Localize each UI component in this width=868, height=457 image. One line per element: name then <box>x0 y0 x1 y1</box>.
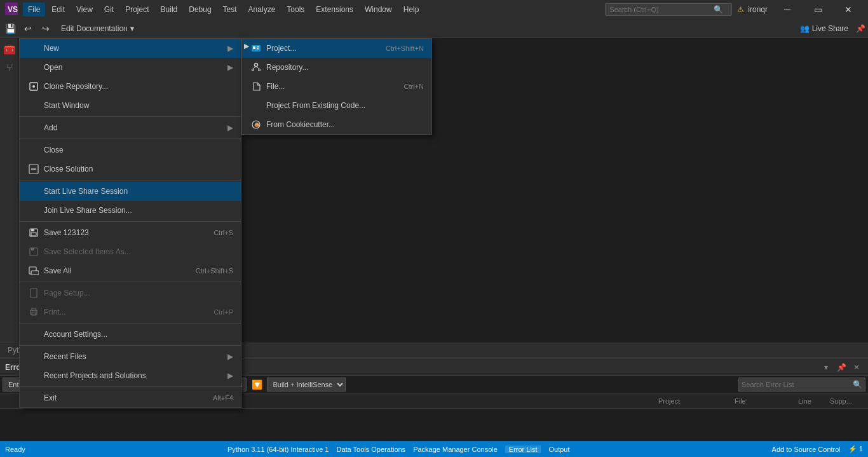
toolbar-save-icon[interactable]: 💾 <box>3 21 18 36</box>
file-menu-save-selected: Save Selected Items As... <box>20 242 241 261</box>
minimize-button[interactable]: ─ <box>773 0 802 19</box>
menu-window[interactable]: Window <box>360 3 397 17</box>
new-from-cookiecutter-item[interactable]: 🍪 From Cookiecutter... <box>242 115 431 134</box>
build-filter-btn[interactable]: 🔽 <box>249 377 264 392</box>
file-menu-clone-repo[interactable]: Clone Repository... <box>20 77 241 96</box>
file-menu-new[interactable]: New ▶ <box>20 39 241 58</box>
menu-analyze[interactable]: Analyze <box>243 3 281 17</box>
live-share-button[interactable]: 👥 Live Share <box>795 23 853 34</box>
restore-button[interactable]: ▭ <box>803 0 832 19</box>
search-input[interactable] <box>609 6 711 13</box>
col-line[interactable]: Line <box>796 397 827 405</box>
col-project[interactable]: Project <box>656 397 732 405</box>
error-list-close-btn[interactable]: ✕ <box>850 361 863 374</box>
separator-6 <box>20 323 241 324</box>
file-menu-save-all[interactable]: Save All Ctrl+Shift+S <box>20 261 241 280</box>
edit-doc-button[interactable]: Edit Documentation ▾ <box>56 23 139 34</box>
error-search-input[interactable] <box>742 381 853 388</box>
menu-build[interactable]: Build <box>156 3 183 17</box>
activity-git[interactable]: ⑂ <box>1 60 18 76</box>
error-table-body <box>0 409 868 435</box>
svg-text:🍪: 🍪 <box>254 122 260 128</box>
vs-logo: VS <box>5 3 18 17</box>
close-button[interactable]: ✕ <box>834 0 863 19</box>
menu-extensions[interactable]: Extensions <box>311 3 358 17</box>
menu-project[interactable]: Project <box>120 3 154 17</box>
file-menu-save[interactable]: Save 123123 Ctrl+S <box>20 223 241 242</box>
new-repo-item[interactable]: Repository... <box>242 58 431 77</box>
svg-rect-10 <box>31 248 34 250</box>
file-menu: New ▶ Open ▶ Clone Repository... Start W… <box>19 38 241 408</box>
menu-test[interactable]: Test <box>218 3 242 17</box>
svg-rect-20 <box>257 48 259 50</box>
file-menu-start-liveshare[interactable]: Start Live Share Session <box>20 182 241 201</box>
file-menu-exit[interactable]: Exit Alt+F4 <box>20 388 241 407</box>
status-error-list[interactable]: Error List <box>505 446 541 453</box>
menu-git[interactable]: Git <box>99 3 119 17</box>
file-menu-page-setup: Page Setup... <box>20 283 241 303</box>
file-menu-close-solution[interactable]: Close Solution <box>20 160 241 179</box>
user-name: ironqr <box>748 5 768 14</box>
status-ready[interactable]: Ready <box>5 446 25 453</box>
separator-1 <box>20 116 241 117</box>
svg-rect-18 <box>253 46 255 49</box>
status-bar: Ready Python 3.11 (64-bit) Interactive 1… <box>0 441 868 457</box>
menu-help[interactable]: Help <box>398 3 424 17</box>
menu-edit[interactable]: Edit <box>46 3 70 17</box>
file-menu-close[interactable]: Close <box>20 140 241 160</box>
live-share-label: Live Share <box>812 24 848 33</box>
svg-text:VS: VS <box>8 5 18 14</box>
status-data-tools[interactable]: Data Tools Operations <box>336 446 405 453</box>
svg-rect-12 <box>31 271 39 275</box>
file-menu-start-window[interactable]: Start Window <box>20 96 241 115</box>
svg-rect-7 <box>31 229 34 231</box>
recent-projects-arrow: ▶ <box>227 371 233 380</box>
new-file-item[interactable]: File... Ctrl+N <box>242 77 431 96</box>
new-icon <box>27 42 40 55</box>
svg-point-23 <box>259 69 261 71</box>
separator-3 <box>20 180 241 181</box>
file-menu-add[interactable]: Add ▶ <box>20 118 241 137</box>
new-project-from-existing-item[interactable]: Project From Existing Code... <box>242 96 431 115</box>
menu-debug[interactable]: Debug <box>184 3 216 17</box>
file-menu-account-settings[interactable]: Account Settings... <box>20 325 241 344</box>
file-menu-open[interactable]: Open ▶ <box>20 58 241 77</box>
svg-point-3 <box>32 85 35 88</box>
col-supp[interactable]: Supp... <box>827 397 865 405</box>
warning-icon: ⚠ <box>737 5 744 14</box>
file-menu-recent-files[interactable]: Recent Files ▶ <box>20 347 241 366</box>
error-list-search[interactable]: 🔍 <box>738 378 865 392</box>
search-bar[interactable]: 🔍 <box>605 3 732 16</box>
status-notifications[interactable]: ⚡ 1 <box>848 445 863 453</box>
error-list-pin-btn[interactable]: 📌 <box>835 361 848 374</box>
menu-view[interactable]: View <box>71 3 98 17</box>
build-select[interactable]: Build + IntelliSense <box>267 378 346 392</box>
cursor-indicator: ▶ <box>244 42 249 50</box>
separator-2 <box>20 139 241 139</box>
menu-tools[interactable]: Tools <box>281 3 309 17</box>
edit-doc-label: Edit Documentation <box>61 24 128 33</box>
col-file[interactable]: File <box>732 397 796 405</box>
toolbar: 💾 ↩ ↪ Edit Documentation ▾ 👥 Live Share … <box>0 19 868 38</box>
error-list-dropdown-btn[interactable]: ▾ <box>820 361 832 374</box>
live-share-icon: 👥 <box>800 24 810 33</box>
toolbar-redo-icon[interactable]: ↪ <box>38 21 53 36</box>
menu-file[interactable]: File <box>23 3 45 17</box>
status-output[interactable]: Output <box>548 446 569 453</box>
error-search-icon: 🔍 <box>853 380 862 389</box>
menu-bar: File Edit View Git Project Build Debug T… <box>23 3 600 17</box>
svg-rect-13 <box>31 289 37 297</box>
file-menu-print: Print... Ctrl+P <box>20 303 241 322</box>
new-project-item[interactable]: Project... Ctrl+Shift+N <box>242 39 431 58</box>
activity-toolbox[interactable]: 🧰 <box>1 41 18 57</box>
status-source-control[interactable]: Add to Source Control <box>772 446 841 453</box>
pin-icon[interactable]: 📌 <box>856 24 865 33</box>
toolbar-undo-icon[interactable]: ↩ <box>20 21 36 36</box>
file-menu-join-liveshare[interactable]: Join Live Share Session... <box>20 201 241 220</box>
status-python[interactable]: Python 3.11 (64-bit) Interactive 1 <box>227 446 329 453</box>
svg-line-25 <box>256 67 259 69</box>
status-pkg-manager[interactable]: Package Manager Console <box>413 446 498 453</box>
open-icon <box>27 61 40 74</box>
file-menu-recent-projects[interactable]: Recent Projects and Solutions ▶ <box>20 366 241 385</box>
add-submenu-arrow: ▶ <box>227 123 233 132</box>
